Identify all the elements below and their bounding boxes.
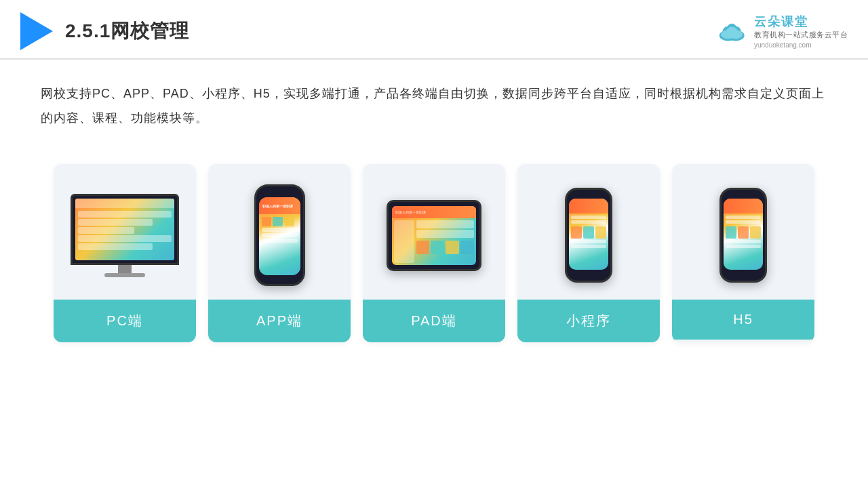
tablet-main bbox=[416, 220, 475, 263]
tablet-mockup: 职途人的第一堂职课 bbox=[387, 200, 481, 271]
tablet-header: 职途人的第一堂职课 bbox=[392, 206, 476, 218]
brand-logo: 云朵课堂 教育机构一站式服务云平台 yunduoketang.com bbox=[716, 14, 848, 49]
mini-grid bbox=[571, 226, 606, 239]
tablet-row bbox=[416, 220, 475, 228]
mini-row bbox=[571, 216, 606, 219]
card-miniprogram-image bbox=[517, 164, 660, 300]
phone-header-text: 职途人的第一堂职课 bbox=[262, 204, 293, 208]
phone-mockup-app: 职途人的第一堂职课 bbox=[254, 184, 305, 286]
mini-content-h5 bbox=[724, 214, 763, 250]
tablet-cards bbox=[416, 241, 475, 254]
phone-item bbox=[262, 239, 298, 243]
pc-detail-row bbox=[78, 211, 172, 218]
card-app-image: 职途人的第一堂职课 bbox=[208, 164, 351, 300]
tablet-card bbox=[446, 241, 459, 254]
card-app-label: APP端 bbox=[208, 300, 351, 342]
pc-screen-outer bbox=[71, 194, 179, 265]
card-miniprogram-label: 小程序 bbox=[517, 300, 660, 342]
svg-point-8 bbox=[726, 27, 737, 36]
mini-header-h5 bbox=[724, 199, 763, 214]
card-h5-label: H5 bbox=[672, 300, 814, 340]
tablet-screen: 职途人的第一堂职课 bbox=[392, 206, 476, 265]
phone-notch bbox=[270, 190, 289, 195]
brand-name: 云朵课堂 bbox=[754, 14, 848, 30]
tablet-row bbox=[416, 230, 475, 238]
phone-item bbox=[284, 217, 294, 226]
mini-notch-h5 bbox=[735, 193, 751, 197]
card-pad-label: PAD端 bbox=[363, 300, 505, 342]
mini-row bbox=[571, 240, 606, 243]
pc-detail-row bbox=[78, 219, 153, 226]
mini-row bbox=[726, 245, 761, 248]
description-text: 网校支持PC、APP、PAD、小程序、H5，实现多端打通，产品各终端自由切换，数… bbox=[0, 60, 868, 144]
phone-screen-content bbox=[259, 214, 300, 245]
mini-grid-item bbox=[595, 226, 606, 239]
cloud-icon bbox=[716, 20, 749, 42]
card-pc-label: PC端 bbox=[54, 300, 196, 342]
phone-mockup-mini bbox=[565, 188, 612, 283]
tablet-outer: 职途人的第一堂职课 bbox=[387, 200, 481, 271]
mini-grid-item bbox=[571, 226, 582, 239]
mini-grid-item bbox=[750, 226, 761, 239]
mini-row bbox=[571, 220, 606, 224]
card-h5: H5 bbox=[672, 164, 814, 342]
card-pc-image bbox=[54, 164, 196, 300]
pc-detail-row bbox=[78, 235, 172, 242]
phone-item bbox=[262, 233, 298, 237]
tablet-card bbox=[416, 241, 430, 254]
mini-notch bbox=[580, 193, 597, 197]
card-pad-image: 职途人的第一堂职课 bbox=[363, 164, 505, 300]
header-left: 2.5.1网校管理 bbox=[20, 12, 189, 50]
phone-item bbox=[273, 217, 283, 226]
mini-grid-item bbox=[583, 226, 594, 239]
mini-grid bbox=[726, 226, 761, 239]
phone-mockup-h5 bbox=[719, 188, 767, 283]
brand-text: 云朵课堂 教育机构一站式服务云平台 yunduoketang.com bbox=[754, 14, 848, 49]
cards-container: PC端 职途人的第一堂职课 bbox=[0, 150, 868, 356]
pc-detail-row bbox=[78, 227, 134, 234]
tablet-card bbox=[460, 241, 474, 254]
tablet-content bbox=[392, 218, 476, 265]
page-title: 2.5.1网校管理 bbox=[65, 18, 189, 44]
phone-item bbox=[262, 217, 272, 226]
brand-url: yunduoketang.com bbox=[754, 41, 848, 49]
pc-base bbox=[104, 273, 145, 277]
pc-mockup bbox=[71, 194, 179, 277]
mini-phone-h5 bbox=[719, 188, 767, 283]
mini-phone bbox=[565, 188, 612, 283]
mini-content bbox=[569, 214, 608, 250]
card-miniprogram: 小程序 bbox=[517, 164, 660, 342]
mini-grid-item bbox=[738, 226, 749, 239]
pc-stand bbox=[118, 265, 132, 273]
mini-row bbox=[726, 216, 761, 219]
mini-row bbox=[726, 220, 761, 224]
description-paragraph: 网校支持PC、APP、PAD、小程序、H5，实现多端打通，产品各终端自由切换，数… bbox=[41, 81, 827, 130]
card-app: 职途人的第一堂职课 APP端 bbox=[208, 164, 351, 342]
mini-screen bbox=[569, 199, 608, 270]
tablet-card bbox=[431, 241, 444, 254]
mini-row bbox=[726, 240, 761, 243]
phone-screen-header: 职途人的第一堂职课 bbox=[259, 197, 300, 214]
mini-header bbox=[569, 199, 608, 214]
card-h5-image bbox=[672, 164, 814, 300]
card-pad: 职途人的第一堂职课 bbox=[363, 164, 505, 342]
pc-screen-inner bbox=[75, 199, 174, 260]
card-pc: PC端 bbox=[54, 164, 196, 342]
mini-grid-item bbox=[726, 226, 736, 239]
mini-screen-h5 bbox=[724, 199, 763, 270]
logo-triangle-icon bbox=[20, 12, 53, 50]
tablet-header-text: 职途人的第一堂职课 bbox=[395, 210, 426, 214]
phone-item bbox=[262, 228, 298, 232]
tablet-sidebar bbox=[394, 220, 414, 263]
phone-outer: 职途人的第一堂职课 bbox=[254, 184, 305, 286]
pc-detail-row bbox=[78, 243, 153, 250]
phone-screen: 职途人的第一堂职课 bbox=[259, 197, 300, 275]
mini-row bbox=[571, 245, 606, 248]
brand-tagline: 教育机构一站式服务云平台 bbox=[754, 30, 848, 40]
header-right: 云朵课堂 教育机构一站式服务云平台 yunduoketang.com bbox=[716, 14, 848, 49]
pc-screen-detail bbox=[78, 211, 172, 258]
header: 2.5.1网校管理 云朵课堂 教育机构一站式服务云平台 yunduoketang… bbox=[0, 0, 868, 60]
